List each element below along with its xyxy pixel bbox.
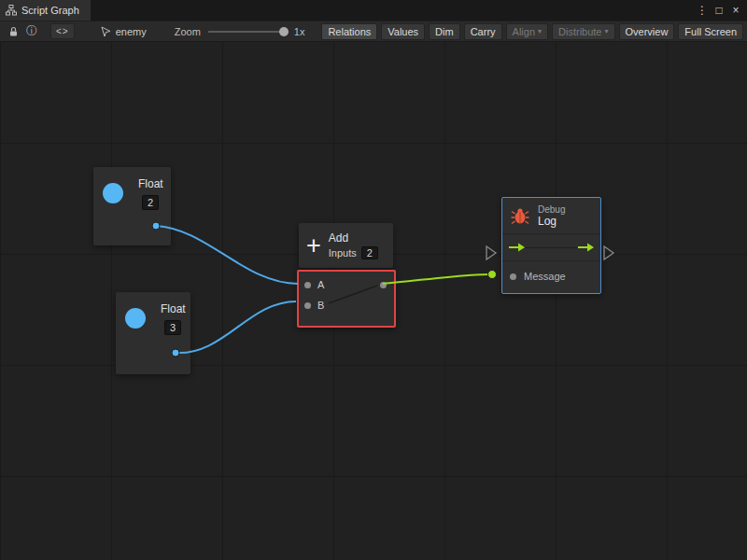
window-controls: ⋮ □ × — [695, 0, 747, 21]
float-value-field[interactable]: 3 — [164, 320, 181, 335]
output-port-sum[interactable] — [380, 282, 387, 288]
message-label: Message — [524, 271, 566, 282]
debug-flow-row — [502, 234, 600, 261]
zoom-slider-handle[interactable] — [279, 27, 289, 36]
align-label: Align — [513, 26, 535, 37]
node-title: Float — [138, 177, 163, 190]
graph-name: enemy — [116, 26, 147, 37]
node-category: Debug — [538, 204, 565, 215]
zoom-slider[interactable] — [208, 25, 289, 38]
port-row-b: B — [304, 298, 388, 313]
port-row-a: A — [304, 277, 388, 292]
code-icon[interactable]: <> — [50, 23, 75, 39]
dim-label: Dim — [435, 26, 454, 37]
bug-icon — [510, 207, 530, 226]
zoom-value: 1x — [294, 26, 305, 37]
wire-add-to-debug — [383, 274, 488, 284]
maximize-button[interactable]: □ — [712, 2, 726, 19]
port-b-label: B — [317, 300, 324, 311]
titlebar: Script Graph ⋮ □ × — [0, 0, 747, 21]
debug-node-titles: Debug Log — [538, 204, 565, 228]
full-screen-label: Full Screen — [684, 26, 737, 37]
zoom-slider-track — [208, 31, 289, 33]
chevron-down-icon: ▾ — [538, 27, 542, 35]
float-port-icon[interactable] — [125, 308, 146, 329]
add-node-titles: Add Inputs 2 — [329, 231, 378, 259]
close-button[interactable]: × — [728, 2, 743, 19]
distribute-label: Distribute — [558, 26, 601, 37]
carry-button[interactable]: Carry — [464, 23, 502, 40]
overview-label: Overview — [626, 26, 669, 37]
full-screen-button[interactable]: Full Screen — [678, 23, 743, 40]
float-node-2[interactable]: Float 3 — [116, 292, 190, 374]
debug-input-port — [488, 271, 497, 279]
values-label: Values — [388, 26, 418, 37]
debug-message-row: Message — [502, 261, 600, 293]
align-button[interactable]: Align ▾ — [506, 23, 548, 40]
dim-button[interactable]: Dim — [429, 23, 460, 40]
zoom-label: Zoom — [175, 26, 201, 37]
relations-button[interactable]: Relations — [321, 23, 377, 40]
script-graph-icon — [6, 5, 17, 16]
input-port-a[interactable] — [304, 282, 311, 288]
tab-script-graph[interactable]: Script Graph — [0, 0, 91, 21]
float-port-icon[interactable] — [103, 183, 123, 203]
debug-node-header: Debug Log — [502, 198, 600, 234]
node-title: Float — [161, 302, 186, 315]
inputs-row: Inputs 2 — [329, 246, 378, 259]
add-node-header[interactable]: + Add Inputs 2 — [299, 223, 393, 268]
chevron-down-icon: ▾ — [605, 27, 609, 35]
overview-button[interactable]: Overview — [619, 23, 675, 40]
graph-canvas[interactable]: Float 2 Float 3 + Add Inputs 2 A — [0, 42, 747, 560]
unity-script-graph-window: Script Graph ⋮ □ × ⓘ <> enemy Zoom — [0, 0, 747, 560]
input-port-b[interactable] — [304, 302, 311, 309]
relations-label: Relations — [328, 26, 371, 37]
flow-input-arrow-icon[interactable] — [508, 242, 526, 253]
values-button[interactable]: Values — [381, 23, 425, 40]
carry-label: Carry — [471, 26, 496, 37]
debug-log-node[interactable]: Debug Log Message — [501, 197, 601, 294]
titlebar-spacer — [91, 0, 695, 21]
flow-output-arrow-icon[interactable] — [577, 242, 595, 253]
wire-float2-to-b — [176, 301, 296, 353]
graph-reference[interactable]: enemy — [101, 26, 147, 37]
port-a-label: A — [317, 279, 324, 290]
add-node-ports[interactable]: A B — [297, 270, 396, 328]
node-title: Log — [538, 215, 565, 228]
lock-glyph — [8, 26, 19, 37]
toolbar: ⓘ <> enemy Zoom 1x Relations Values Dim … — [0, 21, 747, 42]
message-port[interactable] — [510, 273, 516, 280]
flow-out-triangle-icon — [604, 246, 613, 259]
lock-icon[interactable] — [4, 23, 22, 40]
pointer-icon — [101, 26, 111, 37]
float-value-field[interactable]: 2 — [142, 195, 159, 210]
inputs-label: Inputs — [329, 247, 357, 259]
flow-connector-line — [526, 247, 577, 248]
flow-in-triangle-icon — [486, 246, 496, 259]
wire-float1-to-a — [156, 226, 298, 284]
info-icon[interactable]: ⓘ — [22, 23, 41, 40]
node-title: Add — [329, 231, 348, 245]
inputs-count-field[interactable]: 2 — [361, 246, 378, 259]
float-node-1[interactable]: Float 2 — [93, 167, 171, 245]
distribute-button[interactable]: Distribute ▾ — [552, 23, 614, 40]
window-menu-button[interactable]: ⋮ — [695, 2, 710, 19]
tab-title: Script Graph — [21, 5, 79, 16]
plus-icon: + — [306, 233, 321, 258]
